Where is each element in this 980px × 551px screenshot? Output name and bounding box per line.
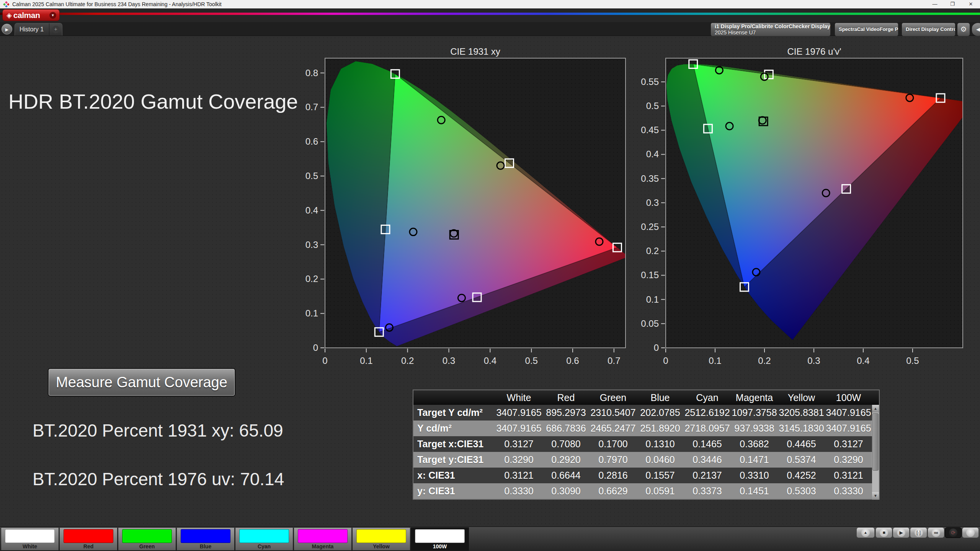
svg-text:0.3: 0.3 [646,197,659,208]
svg-text:0.2: 0.2 [646,246,659,256]
patch-blue[interactable]: Blue [176,527,235,551]
table-scrollbar[interactable]: ▲▼ [872,405,879,500]
table-cell: 0.0460 [637,452,684,468]
tab-label: History 1 [15,26,49,33]
svg-text:0.7: 0.7 [608,355,620,366]
table-cell: 3407.9165 [825,405,872,421]
continuous-measure-button[interactable]: ∞ [928,527,944,538]
single-measure-button[interactable]: [·] [910,527,927,538]
play-icon: ▶ [897,528,905,537]
table-cell: 1097.3758 [731,405,778,421]
play-button[interactable]: ▶ [893,527,910,538]
window-title: Calman 2025 Calman Ultimate for Business… [12,0,222,8]
table-cell: 0.3446 [684,452,731,468]
calman-logo-icon [3,1,9,9]
table-cell: 0.1310 [637,436,684,452]
patch-label: Magenta [294,543,351,549]
patch-label: Blue [177,543,234,549]
svg-text:0.4: 0.4 [484,355,497,366]
row-label: Target y:CIE31 [413,452,495,468]
scroll-up-icon[interactable]: ▲ [872,405,879,412]
patch-100w[interactable]: 100W [411,527,469,551]
chevron-down-icon[interactable]: ▼ [49,12,56,19]
refresh-button[interactable]: ⟳ [945,527,962,538]
table-cell: 0.7080 [542,436,590,452]
svg-text:0.2: 0.2 [305,274,318,284]
svg-text:0.5: 0.5 [525,355,537,366]
stop-button[interactable]: ■ [875,527,892,538]
row-label: x: CIE31 [413,468,495,483]
meter-dropdown[interactable]: i1 Display Pro/Calibrite ColorChecker Di… [710,23,831,36]
patch-swatch [415,529,465,543]
collapse-panel-button[interactable]: ◀ [972,23,980,36]
display-control-dropdown[interactable]: Direct Display Control ▼ [902,23,956,36]
workspace: HDR BT.2020 Gamut Coverage CIE 1931 xy00… [0,36,980,527]
patch-red[interactable]: Red [59,527,118,551]
settings-button[interactable]: ⚙ [957,23,970,36]
source-dropdown[interactable]: SpectraCal VideoForge Pro ▼ [835,23,898,36]
table-cell: 0.3090 [542,483,590,499]
patch-green[interactable]: Green [118,527,176,551]
patch-yellow[interactable]: Yellow [352,527,410,551]
percent-1976-readout: BT.2020 Percent 1976 uv: 70.14 [33,469,284,489]
patch-swatch [122,529,172,543]
tab-bar: ▶ History 1 + i1 Display Pro/Calibrite C… [0,22,980,36]
table-row: y: CIE310.33300.30900.66290.05910.33730.… [413,483,879,499]
svg-text:0.5: 0.5 [305,171,318,181]
table-cell: 251.8920 [637,421,684,436]
patch-white[interactable]: White [1,527,59,551]
meter-display-name: 2025 Hisense U7 [715,29,831,36]
column-header-cyan: Cyan [684,390,731,405]
table-cell: 3407.9165 [495,405,542,421]
source-up-button[interactable]: ▲ [856,527,875,538]
table-cell: 0.2816 [590,468,637,483]
svg-text:0.5: 0.5 [646,101,659,111]
svg-text:0.25: 0.25 [641,222,659,232]
patch-swatch [356,529,406,543]
table-cell: 0.3373 [684,483,731,499]
tab-nav-icon[interactable]: ▶ [2,24,12,34]
table-cell: 0.3121 [825,468,872,483]
close-icon[interactable]: ✕ [964,0,978,8]
scroll-down-icon[interactable]: ▼ [872,492,879,500]
patch-magenta[interactable]: Magenta [294,527,352,551]
svg-text:0.6: 0.6 [305,136,318,147]
row-label: Y cd/m² [413,421,495,436]
table-cell: 0.1557 [637,468,684,483]
measure-gamut-coverage-button[interactable]: Measure Gamut Coverage [48,368,235,396]
patch-swatch [239,529,289,543]
add-tab-button[interactable]: + [49,23,62,36]
svg-text:0.1: 0.1 [709,355,721,366]
table-cell: 0.6644 [542,468,590,483]
svg-text:0: 0 [322,355,327,366]
table-row: Y cd/m²3407.9165686.78362465.2477251.892… [413,421,879,436]
svg-text:0.2: 0.2 [758,355,771,366]
table-cell: 0.7970 [590,452,637,468]
table-cell: 3205.8381 [778,405,825,421]
app-bar: ◈ calman ▼ [0,8,980,22]
column-header-white: White [495,390,542,405]
svg-text:0.4: 0.4 [305,205,318,215]
table-cell: 0.1471 [731,452,778,468]
table-cell: 0.2137 [684,468,731,483]
calman-menu-button[interactable]: ◈ calman ▼ [2,9,60,21]
table-row: Target y:CIE310.32900.29200.79700.04600.… [413,452,879,468]
tab-history-1[interactable]: History 1 + [15,23,62,36]
scrollbar-thumb[interactable] [872,413,879,471]
rainbow-strip [0,13,980,15]
svg-text:0.35: 0.35 [641,173,659,184]
patch-cyan[interactable]: Cyan [235,527,293,551]
svg-text:0.8: 0.8 [305,68,318,78]
svg-text:0.45: 0.45 [641,125,659,135]
table-row: x: CIE310.31210.66440.28160.15570.21370.… [413,468,879,483]
led-indicator-button[interactable] [962,527,979,538]
table-cell: 0.3127 [825,436,872,452]
table-cell: 2465.2477 [590,421,637,436]
svg-text:0.4: 0.4 [646,149,659,159]
table-cell: 2718.0957 [684,421,731,436]
minimize-icon[interactable]: — [928,0,942,8]
restore-icon[interactable]: ❐ [945,0,960,8]
svg-text:0.2: 0.2 [401,355,414,366]
table-cell: 0.3682 [731,436,778,452]
column-header-red: Red [542,390,590,405]
